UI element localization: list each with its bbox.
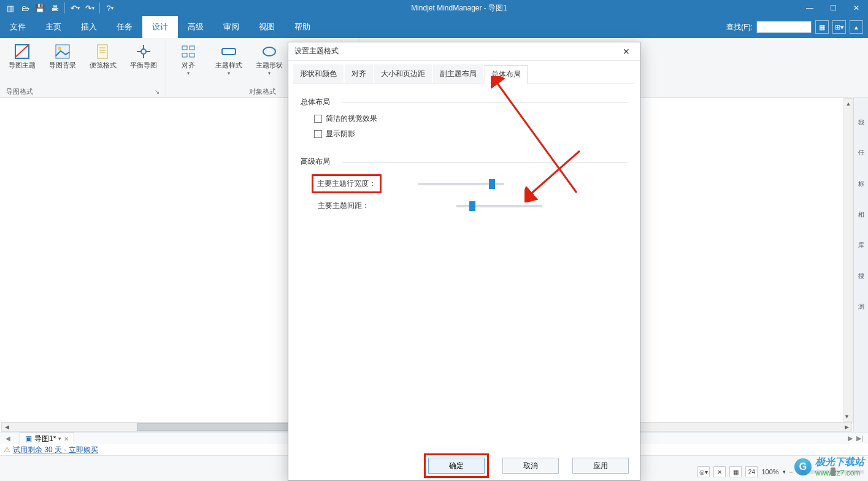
menu-help[interactable]: 帮助 (285, 16, 320, 38)
label-row-width: 主要主题行宽度： (317, 179, 376, 188)
sb-x-icon[interactable]: ✕ (713, 466, 726, 477)
notes-icon (94, 43, 112, 60)
ok-button[interactable]: 确定 (428, 458, 485, 474)
maximize-icon[interactable]: ☐ (821, 0, 845, 16)
search-input[interactable] (756, 21, 812, 33)
minimize-icon[interactable]: — (798, 0, 821, 16)
doc-icon: ▣ (25, 434, 32, 443)
menu-design[interactable]: 设计 (142, 16, 178, 38)
zoom-dropdown-icon[interactable]: ▾ (783, 469, 786, 475)
sb-target-icon[interactable]: ◎▾ (697, 466, 710, 477)
group-label-object-format: 对象格式 (249, 87, 276, 96)
chk-row-clean[interactable]: 简洁的视觉效果 (314, 114, 628, 124)
rpanel-item-2[interactable]: 任 (856, 133, 867, 157)
chk-row-shadow[interactable]: 显示阴影 (314, 129, 628, 139)
menu-review[interactable]: 审阅 (213, 16, 249, 38)
tab-shape-color[interactable]: 形状和颜色 (293, 64, 344, 83)
dialog-tabs: 形状和颜色 对齐 大小和页边距 副主题布局 总体布局 (293, 64, 635, 83)
group-label-map-format: 导图格式 (6, 87, 33, 96)
menu-task[interactable]: 任务 (107, 16, 142, 38)
doc-tab-dropdown-icon[interactable]: ▾ (58, 436, 61, 442)
rpanel-item-6[interactable]: 搜 (856, 255, 867, 280)
svg-point-8 (141, 49, 146, 54)
trial-link[interactable]: 试用剩余 30 天 - 立即购买 (13, 445, 98, 455)
layout-dropdown-icon[interactable]: ⊞▾ (832, 20, 846, 34)
panel-toggle-icon[interactable]: ▦ (815, 20, 829, 34)
btn-topic-style[interactable]: 主题样式▾ (213, 43, 245, 77)
right-panel-strip: 我 任 标 相 库 搜 浏 (853, 98, 868, 444)
scroll-down-icon[interactable]: ▼ (844, 412, 850, 421)
tab-nav-left-1[interactable]: ◀ (0, 435, 16, 442)
tab-align[interactable]: 对齐 (345, 64, 373, 83)
rpanel-item-7[interactable]: 浏 (856, 286, 867, 310)
save-icon[interactable]: 💾 (33, 1, 47, 15)
open-icon[interactable]: 🗁 (18, 1, 32, 15)
btn-map-bg[interactable]: 导图背景 (47, 43, 79, 69)
doc-tab-close-icon[interactable]: ✕ (64, 436, 69, 442)
watermark: G 极光下载站 www.xz7.com (794, 456, 864, 477)
balance-icon (135, 43, 152, 60)
zoom-out-icon[interactable]: − (789, 468, 793, 475)
btn-map-theme[interactable]: 导图主题 (6, 43, 38, 69)
slider-row-width[interactable] (418, 183, 504, 185)
btn-notes-format[interactable]: 便笺格式 (87, 43, 119, 69)
tab-nav-right-2[interactable]: ▶| (856, 434, 863, 442)
scroll-right-icon[interactable]: ▶ (842, 423, 851, 431)
chk-shadow-label: 显示阴影 (326, 129, 355, 139)
collapse-ribbon-icon[interactable]: ▴ (850, 20, 863, 34)
svg-rect-4 (98, 45, 107, 58)
tab-overall-layout[interactable]: 总体布局 (485, 65, 528, 83)
watermark-brand: 极光下载站 (815, 456, 864, 467)
apply-button[interactable]: 应用 (572, 458, 629, 474)
hscroll-thumb[interactable] (137, 423, 296, 431)
search-label: 查找(F): (726, 22, 753, 33)
ribbon-group-map-format: 导图主题 导图背景 便笺格式 平衡导图 导图格式↘ (0, 38, 166, 98)
sb-cal-icon[interactable]: 24 (745, 466, 758, 477)
group-expand-icon[interactable]: ↘ (155, 88, 159, 95)
svg-rect-16 (190, 53, 194, 57)
zoom-value: 100% (761, 468, 778, 475)
btn-align[interactable]: 对齐▾ (172, 43, 204, 77)
tab-subtopic-layout[interactable]: 副主题布局 (433, 64, 483, 83)
svg-rect-13 (182, 46, 187, 50)
dialog-close-icon[interactable]: ✕ (619, 44, 634, 59)
btn-topic-shape[interactable]: 主题形状▾ (253, 43, 285, 77)
slider-spacing-thumb[interactable] (469, 201, 475, 211)
redo-icon[interactable]: ↷▾ (83, 1, 96, 15)
slider-row-spacing[interactable] (456, 205, 542, 207)
menu-advanced[interactable]: 高级 (178, 16, 213, 38)
rpanel-item-5[interactable]: 库 (856, 225, 867, 249)
tab-nav-right-1[interactable]: ▶ (848, 434, 853, 442)
help-icon[interactable]: ?▾ (103, 1, 117, 15)
checkbox-shadow[interactable] (314, 130, 322, 138)
print-icon[interactable]: 🖶 (48, 1, 61, 15)
menu-insert[interactable]: 插入 (71, 16, 107, 38)
close-icon[interactable]: ✕ (845, 0, 868, 16)
vertical-scrollbar[interactable]: ▲ ▼ (843, 98, 853, 422)
slider-width-thumb[interactable] (489, 179, 495, 189)
cancel-button[interactable]: 取消 (502, 458, 559, 474)
rpanel-item-3[interactable]: 标 (856, 163, 867, 188)
checkbox-clean[interactable] (314, 115, 322, 123)
window-title: Mindjet MindManager - 导图1 (120, 3, 798, 13)
undo-icon[interactable]: ↶▾ (68, 1, 82, 15)
section-advanced-title: 高级布局 (301, 156, 628, 167)
sb-grid-icon[interactable]: ▦ (729, 466, 742, 477)
scroll-up-icon[interactable]: ▲ (844, 99, 853, 109)
doc-tab-active[interactable]: ▣ 导图1* ▾ ✕ (20, 433, 74, 445)
scroll-left-icon[interactable]: ◀ (2, 423, 12, 431)
menu-file[interactable]: 文件 (0, 16, 36, 38)
new-doc-icon[interactable]: ▥ (4, 1, 17, 15)
topic-style-icon (220, 43, 237, 60)
btn-balance-map[interactable]: 平衡导图 (128, 43, 159, 69)
menu-view[interactable]: 视图 (249, 16, 285, 38)
dialog-title: 设置主题格式 (294, 46, 339, 56)
tab-size-margin[interactable]: 大小和页边距 (374, 64, 432, 83)
rpanel-item-4[interactable]: 相 (856, 194, 867, 218)
doc-tab-label: 导图1* (34, 434, 56, 444)
menu-home[interactable]: 主页 (36, 16, 71, 38)
quick-access-toolbar: ▥ 🗁 💾 🖶 ↶▾ ↷▾ ?▾ (0, 1, 120, 15)
svg-rect-17 (222, 48, 236, 55)
rpanel-item-1[interactable]: 我 (856, 102, 867, 126)
chk-clean-label: 简洁的视觉效果 (326, 114, 377, 124)
